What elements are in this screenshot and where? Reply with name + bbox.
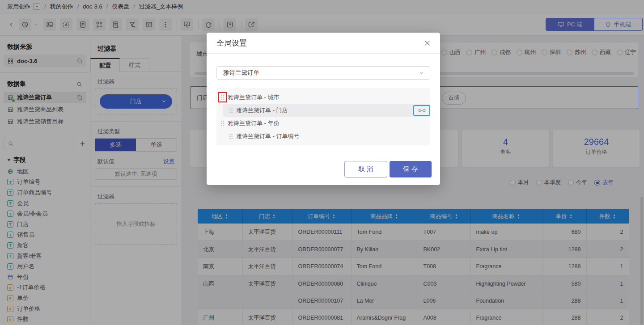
link-icon[interactable] <box>413 105 430 116</box>
filter-link-label: 雅诗兰黛订单 - 城市 <box>228 93 280 101</box>
cancel-button[interactable]: 取消 <box>344 161 387 177</box>
filter-link-list: 雅诗兰黛订单 - 城市 雅诗兰黛订单 - 门店 雅诗兰黛订单 - 年份 雅诗兰黛… <box>216 88 430 145</box>
save-button[interactable]: 保存 <box>390 161 432 177</box>
drag-handle-icon[interactable] <box>220 94 225 100</box>
global-settings-modal: 全局设置 雅诗兰黛订单 雅诗兰黛订单 - 城市 雅诗兰黛订单 - 门店 雅诗兰黛… <box>207 33 440 185</box>
dataset-select-value: 雅诗兰黛订单 <box>223 69 259 77</box>
filter-link-item[interactable]: 雅诗兰黛订单 - 年份 <box>216 117 430 130</box>
filter-link-label: 雅诗兰黛订单 - 门店 <box>236 106 288 114</box>
filter-link-label: 雅诗兰黛订单 - 年份 <box>228 119 280 127</box>
drag-handle-icon[interactable] <box>229 107 233 113</box>
drag-handle-icon[interactable] <box>220 120 225 126</box>
dataset-select[interactable]: 雅诗兰黛订单 <box>216 66 430 80</box>
drag-handle-icon[interactable] <box>229 133 233 139</box>
modal-title: 全局设置 <box>216 38 247 48</box>
close-icon[interactable] <box>424 39 431 47</box>
filter-link-item[interactable]: 雅诗兰黛订单 - 城市 <box>216 91 430 104</box>
chevron-down-icon <box>419 70 424 76</box>
filter-link-label: 雅诗兰黛订单 - 订单编号 <box>236 132 300 140</box>
filter-link-item[interactable]: 雅诗兰黛订单 - 门店 <box>223 104 430 117</box>
filter-link-item[interactable]: 雅诗兰黛订单 - 订单编号 <box>223 130 430 143</box>
